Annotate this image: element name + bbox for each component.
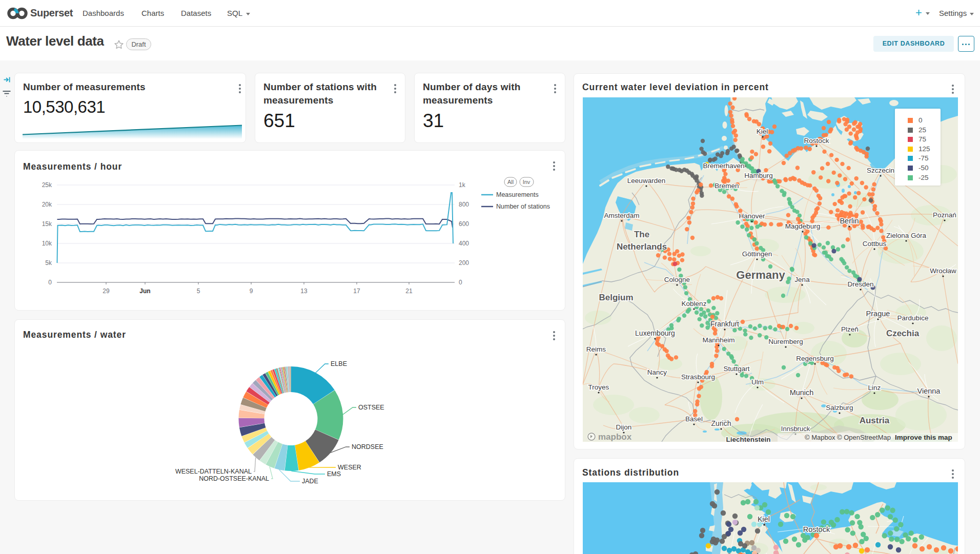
svg-text:Reims: Reims [586, 345, 606, 353]
svg-text:Netherlands: Netherlands [617, 242, 667, 252]
svg-text:Prague: Prague [866, 310, 890, 318]
svg-text:Number of stations: Number of stations [496, 203, 550, 210]
svg-text:Hanover: Hanover [739, 212, 765, 220]
svg-text:Szczecin: Szczecin [867, 167, 894, 174]
svg-text:Germany: Germany [736, 269, 785, 281]
svg-text:All: All [507, 179, 514, 185]
svg-text:5k: 5k [45, 259, 52, 266]
svg-text:Nuremberg: Nuremberg [768, 338, 803, 345]
svg-text:The: The [634, 230, 649, 239]
svg-text:Leeuwarden: Leeuwarden [627, 177, 665, 184]
svg-text:21: 21 [405, 288, 413, 295]
svg-text:NORDSEE: NORDSEE [352, 443, 383, 450]
svg-text:mapbox: mapbox [598, 432, 632, 442]
svg-text:Plzeň: Plzeň [841, 325, 859, 333]
svg-text:NORD-OSTSEE-KANAL: NORD-OSTSEE-KANAL [199, 475, 269, 482]
svg-text:WESEL-DATTELN-KANAL: WESEL-DATTELN-KANAL [175, 468, 252, 475]
svg-text:Göttingen: Göttingen [742, 250, 772, 258]
svg-text:20k: 20k [42, 201, 52, 208]
svg-text:JADE: JADE [302, 478, 318, 485]
svg-text:Stuttgart: Stuttgart [723, 365, 749, 373]
svg-text:Linz: Linz [868, 384, 881, 392]
svg-text:Koblenz: Koblenz [682, 300, 707, 307]
svg-text:Kiel: Kiel [758, 515, 770, 523]
svg-text:Regensburg: Regensburg [796, 355, 834, 362]
svg-text:Kiel: Kiel [757, 128, 768, 135]
svg-text:Rostock: Rostock [804, 137, 829, 145]
svg-text:Poznań: Poznań [933, 211, 956, 219]
svg-text:Amsterdam: Amsterdam [604, 212, 639, 219]
svg-text:Austria: Austria [860, 416, 890, 425]
svg-text:Salzburg: Salzburg [826, 404, 853, 412]
svg-text:Dijon: Dijon [616, 423, 632, 431]
svg-text:Dresden: Dresden [847, 280, 873, 288]
svg-text:Berlin: Berlin [840, 217, 859, 225]
svg-text:WESER: WESER [338, 464, 361, 471]
svg-text:OSTSEE: OSTSEE [358, 404, 384, 411]
svg-text:Bremen: Bremen [714, 182, 739, 190]
svg-text:Munich: Munich [790, 388, 814, 397]
svg-text:Zurich: Zurich [711, 419, 731, 427]
svg-text:Troyes: Troyes [588, 383, 609, 391]
svg-text:EMS: EMS [327, 470, 341, 478]
svg-text:Hamburg: Hamburg [744, 172, 773, 179]
svg-text:0: 0 [48, 279, 52, 286]
svg-text:600: 600 [459, 220, 469, 228]
svg-text:Bremerhaven: Bremerhaven [703, 162, 744, 170]
svg-text:400: 400 [459, 240, 469, 247]
svg-text:15k: 15k [42, 220, 52, 228]
svg-text:ELBE: ELBE [331, 360, 347, 367]
svg-text:Measurements: Measurements [496, 191, 539, 198]
svg-text:Magdeburg: Magdeburg [785, 222, 820, 230]
svg-text:Inv: Inv [523, 179, 530, 185]
svg-text:200: 200 [459, 259, 469, 266]
svg-text:10k: 10k [42, 240, 52, 247]
svg-text:Czechia: Czechia [886, 329, 920, 338]
svg-text:Basel: Basel [685, 415, 703, 423]
svg-text:Liechtenstein: Liechtenstein [726, 436, 770, 442]
svg-text:Improve this map: Improve this map [895, 434, 952, 441]
svg-text:Jena: Jena [794, 276, 810, 283]
svg-text:29: 29 [103, 288, 110, 295]
svg-text:800: 800 [459, 201, 469, 208]
svg-text:Innsbruck: Innsbruck [781, 425, 810, 433]
svg-text:Rostock: Rostock [803, 525, 830, 534]
svg-text:Frankfurt: Frankfurt [710, 320, 739, 328]
svg-text:Luxembourg: Luxembourg [635, 329, 675, 337]
svg-text:17: 17 [353, 288, 360, 295]
svg-text:© Mapbox © OpenStreetMap: © Mapbox © OpenStreetMap [805, 434, 891, 441]
svg-text:0: 0 [459, 279, 462, 286]
svg-text:Ulm: Ulm [751, 378, 764, 386]
svg-text:5: 5 [197, 288, 200, 295]
svg-text:13: 13 [300, 288, 308, 295]
svg-text:Cologne: Cologne [664, 276, 690, 283]
svg-text:25k: 25k [42, 181, 52, 189]
svg-text:Wrocław: Wrocław [930, 267, 956, 275]
svg-text:Zielona Góra: Zielona Góra [886, 232, 927, 239]
svg-text:Jun: Jun [139, 288, 150, 295]
svg-text:Vienna: Vienna [917, 387, 941, 395]
svg-text:Pardubice: Pardubice [897, 314, 929, 322]
svg-text:Strasbourg: Strasbourg [681, 373, 715, 381]
svg-text:Cottbus: Cottbus [863, 240, 887, 248]
svg-text:9: 9 [250, 288, 253, 295]
svg-text:1k: 1k [459, 181, 466, 189]
svg-text:Mannheim: Mannheim [702, 336, 734, 344]
svg-text:Nancy: Nancy [647, 368, 667, 376]
svg-text:Belgium: Belgium [599, 293, 633, 302]
